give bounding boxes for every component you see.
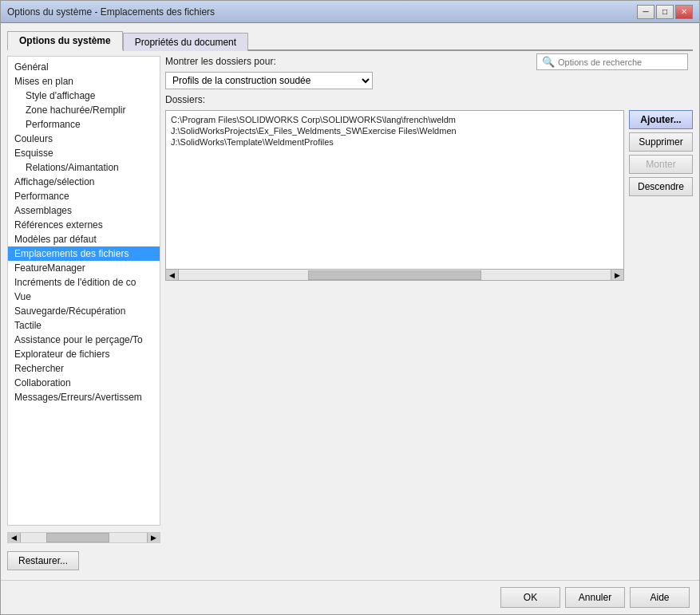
action-buttons: Ajouter... Supprimer Monter Descendre [629,110,693,526]
tab-system-options[interactable]: Options du système [7,31,123,51]
sidebar-item-general[interactable]: Général [8,60,160,74]
minimize-button[interactable]: ─ [637,5,655,19]
window-title: Options du système - Emplacements des fi… [7,6,215,18]
add-button[interactable]: Ajouter... [629,110,693,129]
window-controls: ─ □ ✕ [637,5,693,19]
sidebar-item-mises-en-plan[interactable]: Mises en plan [8,74,160,89]
sidebar-item-tactile[interactable]: Tactile [8,318,160,333]
folders-dropdown[interactable]: Profils de la construction soudée [165,72,373,89]
folders-list-container: C:\Program Files\SOLIDWORKS Corp\SOLIDWO… [165,110,624,270]
dropdown-row: Profils de la construction soudée [165,72,693,89]
remove-button[interactable]: Supprimer [629,132,693,152]
sidebar-item-performance1[interactable]: Performance [8,117,160,132]
sidebar-item-collaboration[interactable]: Collaboration [8,376,160,390]
sidebar-item-assemblages[interactable]: Assemblages [8,203,160,218]
up-button[interactable]: Monter [629,155,693,174]
restore-button[interactable]: Restaurer... [7,551,79,570]
title-bar: Options du système - Emplacements des fi… [1,1,699,23]
scroll-track [179,270,611,280]
cancel-button[interactable]: Annuler [565,587,625,608]
sidebar-scroll-track [21,533,147,542]
horizontal-scrollbar[interactable]: ◀ ▶ [165,270,624,281]
search-icon: 🔍 [542,56,555,68]
folder-path-3[interactable]: J:\SolidWorks\Template\WeldmentProfiles [169,136,620,148]
sidebar-scroll-left[interactable]: ◀ [8,533,21,542]
sidebar-item-relations[interactable]: Relations/Aimantation [8,160,160,175]
search-box[interactable]: 🔍 [536,53,688,70]
sidebar-item-references[interactable]: Références externes [8,218,160,232]
main-area: Général Mises en plan Style d'affichage … [7,56,693,526]
folder-path-2[interactable]: J:\SolidWorksProjects\Ex_Files_Weldments… [169,125,620,136]
tabs-row: Options du système Propriétés du documen… [7,30,693,51]
sidebar-item-rechercher[interactable]: Rechercher [8,361,160,376]
down-button[interactable]: Descendre [629,177,693,196]
content-panel: Montrer les dossiers pour: Profils de la… [165,56,693,526]
sidebar-item-vue[interactable]: Vue [8,290,160,304]
tab-document-properties[interactable]: Propriétés du document [123,33,248,51]
ok-button[interactable]: OK [500,587,560,608]
sidebar-item-style-affichage[interactable]: Style d'affichage [8,89,160,103]
sidebar-item-esquisse[interactable]: Esquisse [8,146,160,160]
sidebar-item-affichage[interactable]: Affichage/sélection [8,175,160,189]
sidebar-bottom-area: ◀ ▶ [7,532,693,543]
main-window: Options du système - Emplacements des fi… [0,0,700,615]
sidebar-scroll-thumb[interactable] [46,533,109,542]
footer-buttons: OK Annuler Aide [1,580,699,614]
close-button[interactable]: ✕ [675,5,693,19]
search-input[interactable] [558,57,670,67]
sidebar: Général Mises en plan Style d'affichage … [7,56,160,526]
restore-row: Restaurer... [7,548,693,574]
sidebar-item-emplacements[interactable]: Emplacements des fichiers [8,246,160,261]
sidebar-item-zone-hachure[interactable]: Zone hachurée/Remplir [8,103,160,117]
sidebar-item-performance2[interactable]: Performance [8,189,160,203]
sidebar-hscrollbar[interactable]: ◀ ▶ [7,532,160,543]
sidebar-item-couleurs[interactable]: Couleurs [8,132,160,146]
folders-list: C:\Program Files\SOLIDWORKS Corp\SOLIDWO… [166,111,623,151]
maximize-button[interactable]: □ [656,5,674,19]
sidebar-item-featuremanager[interactable]: FeatureManager [8,261,160,275]
folders-area: C:\Program Files\SOLIDWORKS Corp\SOLIDWO… [165,110,693,526]
sidebar-item-sauvegarde[interactable]: Sauvegarde/Récupération [8,304,160,318]
sidebar-item-increments[interactable]: Incréments de l'édition de co [8,275,160,290]
help-button[interactable]: Aide [630,587,690,608]
sidebar-item-explorateur[interactable]: Explorateur de fichiers [8,347,160,361]
scroll-left-btn[interactable]: ◀ [166,270,179,280]
scroll-thumb[interactable] [308,270,481,280]
sidebar-item-assistance[interactable]: Assistance pour le perçage/To [8,333,160,347]
folder-path-1[interactable]: C:\Program Files\SOLIDWORKS Corp\SOLIDWO… [169,114,620,125]
sidebar-item-messages[interactable]: Messages/Erreurs/Avertissem [8,390,160,404]
sidebar-scroll-right[interactable]: ▶ [147,533,160,542]
sidebar-item-modeles[interactable]: Modèles par défaut [8,232,160,246]
dialog-content: 🔍 Options du système Propriétés du docum… [1,23,699,580]
folders-label: Dossiers: [165,94,693,105]
scroll-right-btn[interactable]: ▶ [611,270,623,280]
